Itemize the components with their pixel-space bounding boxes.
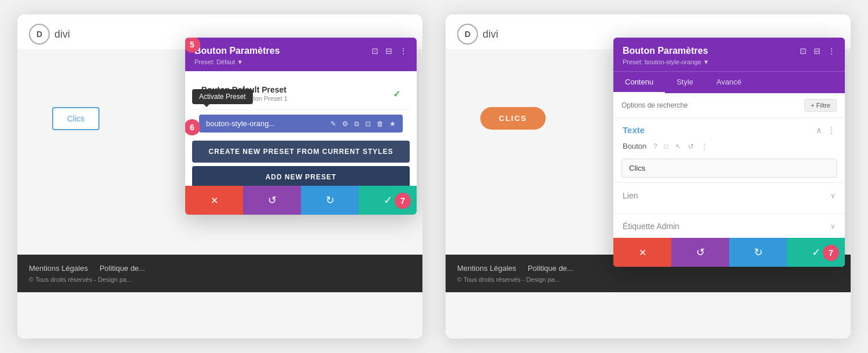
etiquette-chevron-icon: ∨	[830, 222, 836, 230]
left-modal: 5 Bouton Paramètres ⊡ ⊟ ⋮ Preset: Défaut…	[185, 38, 417, 215]
star-active-icon[interactable]: ★	[389, 120, 396, 128]
right-undo-icon: ↺	[696, 246, 705, 259]
right-modal-resize-icon[interactable]: ⊡	[800, 46, 807, 56]
left-bottom-bar: ✕ ↺ ↻ ✓	[185, 186, 417, 215]
right-modal: Bouton Paramètres ⊡ ⊟ ⋮ Preset: bouton-s…	[613, 38, 845, 267]
section-more-icon[interactable]: ⋮	[827, 126, 836, 135]
right-modal-tabs: Contenu Style Avancé	[613, 71, 845, 93]
check-icon: ✓	[393, 89, 400, 100]
collapse-icon[interactable]: ∧	[816, 126, 822, 135]
left-canvas-footer: Mentions Légales Politique de... © Tous …	[17, 255, 422, 292]
redo-icon: ↻	[326, 194, 334, 207]
right-redo-button[interactable]: ↻	[729, 238, 787, 267]
copy-icon[interactable]: ⊡	[365, 120, 371, 128]
right-footer-copyright: © Tous droits réservés - Design pa...	[457, 276, 839, 283]
left-modal-header-icons: ⊡ ⊟ ⋮	[372, 46, 407, 56]
right-modal-header-top: Bouton Paramètres ⊡ ⊟ ⋮	[623, 46, 836, 56]
footer-link-politique[interactable]: Politique de...	[100, 264, 145, 273]
save-icon: ✓	[384, 194, 392, 207]
right-modal-more-icon[interactable]: ⋮	[827, 46, 836, 56]
texte-section-header: Texte ∧ ⋮	[613, 118, 845, 139]
left-modal-header: Bouton Paramètres ⊡ ⊟ ⋮ Preset: Défaut ▼	[185, 38, 417, 71]
footer-link-mentions[interactable]: Mentions Légales	[29, 264, 88, 273]
right-modal-subtitle[interactable]: Preset: bouton-style-orange ▼	[623, 58, 836, 65]
right-logo-text: divi	[483, 28, 498, 41]
left-modal-title: Bouton Paramètres	[194, 46, 280, 56]
close-icon: ✕	[211, 195, 218, 206]
right-footer-link-mentions[interactable]: Mentions Légales	[457, 264, 516, 273]
activate-tooltip: Activate Preset	[192, 89, 253, 104]
undo-icon: ↺	[268, 194, 277, 207]
right-footer-link-politique[interactable]: Politique de...	[528, 264, 573, 273]
etiquette-section: Étiquette Admin ∨	[613, 213, 845, 239]
bouton-label: Bouton	[623, 142, 646, 150]
filter-button[interactable]: + Filtre	[804, 99, 837, 112]
lien-section: Lien ∨	[613, 182, 845, 208]
tab-contenu[interactable]: Contenu	[613, 72, 665, 93]
active-preset-name: bouton-style-orang...	[206, 119, 330, 128]
redo-button[interactable]: ↻	[301, 186, 359, 215]
bouton-help-icon[interactable]: ?	[653, 142, 657, 150]
left-logo-circle: D	[29, 24, 50, 45]
right-modal-header: Bouton Paramètres ⊡ ⊟ ⋮ Preset: bouton-s…	[613, 38, 845, 71]
bouton-options-icon[interactable]: ⋮	[701, 142, 708, 150]
right-search-bar: + Filtre	[613, 93, 845, 118]
etiquette-label: Étiquette Admin	[623, 222, 679, 231]
bouton-reset-icon[interactable]: ↺	[688, 142, 694, 150]
bouton-icons-row: Bouton ? □ ↖ ↺ ⋮	[613, 139, 845, 156]
add-preset-button[interactable]: ADD NEW PRESET	[192, 166, 410, 188]
close-button[interactable]: ✕	[185, 186, 243, 215]
texte-section-icons: ∧ ⋮	[816, 126, 836, 135]
canvas-orange-button[interactable]: CLICS	[480, 107, 546, 130]
lien-label: Lien	[623, 191, 638, 200]
lien-collapsible[interactable]: Lien ∨	[613, 183, 845, 208]
left-panel: D divi Clics Mentions Légales Politique …	[17, 14, 422, 339]
settings-icon[interactable]: ⚙	[342, 120, 348, 128]
left-modal-subtitle[interactable]: Preset: Défaut ▼	[194, 58, 407, 65]
active-preset-row: 6 Activate Preset bouton-style-orang... …	[192, 110, 410, 137]
tab-avance[interactable]: Avancé	[705, 72, 753, 93]
layers-icon[interactable]: ⧉	[354, 120, 359, 128]
step-6-badge: 6	[185, 119, 200, 135]
right-modal-header-icons: ⊡ ⊟ ⋮	[800, 46, 836, 56]
right-bottom-bar: ✕ ↺ ↻ ✓	[613, 238, 845, 267]
left-logo-text: divi	[54, 28, 70, 41]
right-close-icon: ✕	[639, 247, 646, 258]
active-preset-icons: ✎ ⚙ ⧉ ⊡ 🗑 ★	[330, 120, 396, 128]
right-modal-columns-icon[interactable]: ⊟	[814, 46, 821, 56]
step-7-left-badge: 7	[395, 193, 411, 209]
left-modal-header-top: Bouton Paramètres ⊡ ⊟ ⋮	[194, 46, 407, 56]
right-modal-title: Bouton Paramètres	[623, 46, 708, 56]
create-preset-button[interactable]: CREATE NEW PRESET FROM CURRENT STYLES	[192, 141, 410, 163]
edit-icon[interactable]: ✎	[330, 120, 336, 128]
step-7-right-badge: 7	[823, 245, 839, 261]
modal-resize-icon[interactable]: ⊡	[372, 46, 378, 56]
active-preset-bar[interactable]: bouton-style-orang... ✎ ⚙ ⧉ ⊡ 🗑 ★	[199, 115, 403, 133]
bouton-arrow-icon[interactable]: ↖	[675, 142, 681, 150]
canvas-clics-button[interactable]: Clics	[52, 107, 100, 130]
left-footer-links: Mentions Légales Politique de...	[29, 264, 411, 273]
left-footer-copyright: © Tous droits réservés - Design pa...	[29, 276, 411, 283]
modal-more-icon[interactable]: ⋮	[399, 46, 407, 56]
right-redo-icon: ↻	[754, 246, 763, 259]
right-save-icon: ✓	[812, 246, 821, 259]
text-input-field[interactable]: Clics	[621, 159, 837, 178]
lien-chevron-icon: ∨	[830, 192, 836, 200]
bouton-phone-icon[interactable]: □	[664, 142, 668, 150]
right-logo-circle: D	[457, 24, 478, 45]
undo-button[interactable]: ↺	[243, 186, 301, 215]
etiquette-collapsible[interactable]: Étiquette Admin ∨	[613, 214, 845, 239]
tab-style[interactable]: Style	[665, 72, 705, 93]
delete-icon[interactable]: 🗑	[377, 120, 384, 128]
right-undo-button[interactable]: ↺	[671, 238, 729, 267]
right-close-button[interactable]: ✕	[613, 238, 671, 267]
modal-columns-icon[interactable]: ⊟	[385, 46, 392, 56]
right-panel: D divi CLICS Mentions Légales Politique …	[446, 14, 851, 339]
search-input[interactable]	[621, 101, 804, 109]
texte-section-title: Texte	[623, 125, 645, 135]
